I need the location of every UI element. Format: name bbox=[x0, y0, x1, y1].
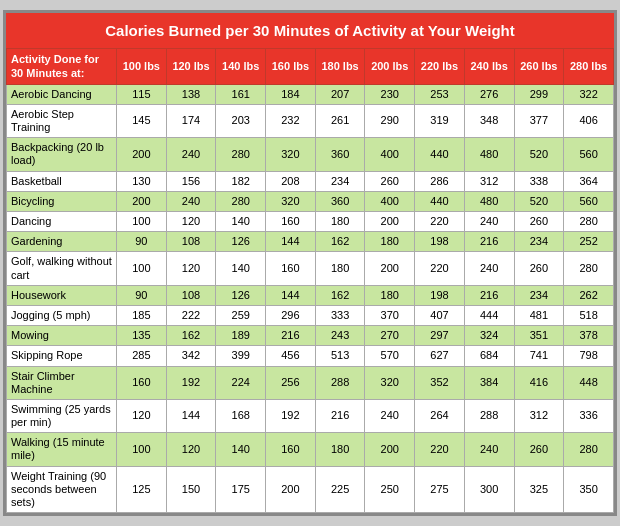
value-cell: 160 bbox=[266, 252, 316, 285]
value-cell: 224 bbox=[216, 366, 266, 399]
value-cell: 276 bbox=[464, 84, 514, 104]
value-cell: 480 bbox=[464, 191, 514, 211]
value-cell: 627 bbox=[415, 346, 465, 366]
value-cell: 336 bbox=[564, 399, 614, 432]
value-cell: 182 bbox=[216, 171, 266, 191]
value-cell: 342 bbox=[166, 346, 216, 366]
value-cell: 120 bbox=[117, 399, 167, 432]
value-cell: 256 bbox=[266, 366, 316, 399]
value-cell: 262 bbox=[564, 285, 614, 305]
value-cell: 296 bbox=[266, 305, 316, 325]
value-cell: 288 bbox=[464, 399, 514, 432]
table-row: Backpacking (20 lb load)2002402803203604… bbox=[7, 138, 614, 171]
value-cell: 416 bbox=[514, 366, 564, 399]
value-cell: 200 bbox=[365, 212, 415, 232]
value-cell: 189 bbox=[216, 326, 266, 346]
value-cell: 350 bbox=[564, 466, 614, 513]
value-cell: 207 bbox=[315, 84, 365, 104]
table-row: Skipping Rope285342399456513570627684741… bbox=[7, 346, 614, 366]
table-row: Gardening90108126144162180198216234252 bbox=[7, 232, 614, 252]
table-row: Basketball130156182208234260286312338364 bbox=[7, 171, 614, 191]
activity-cell: Aerobic Dancing bbox=[7, 84, 117, 104]
value-cell: 162 bbox=[166, 326, 216, 346]
table-body: Aerobic Dancing1151381611842072302532762… bbox=[7, 84, 614, 513]
value-cell: 180 bbox=[315, 252, 365, 285]
value-cell: 144 bbox=[266, 232, 316, 252]
value-cell: 200 bbox=[117, 191, 167, 211]
calories-table-container: Calories Burned per 30 Minutes of Activi… bbox=[3, 10, 617, 516]
value-cell: 200 bbox=[365, 433, 415, 466]
value-cell: 399 bbox=[216, 346, 266, 366]
value-cell: 175 bbox=[216, 466, 266, 513]
value-cell: 260 bbox=[514, 212, 564, 232]
activity-cell: Gardening bbox=[7, 232, 117, 252]
value-cell: 384 bbox=[464, 366, 514, 399]
value-cell: 275 bbox=[415, 466, 465, 513]
value-cell: 406 bbox=[564, 104, 614, 137]
table-row: Stair Climber Machine1601922242562883203… bbox=[7, 366, 614, 399]
value-cell: 144 bbox=[266, 285, 316, 305]
value-cell: 456 bbox=[266, 346, 316, 366]
value-cell: 360 bbox=[315, 191, 365, 211]
activity-cell: Jogging (5 mph) bbox=[7, 305, 117, 325]
value-cell: 240 bbox=[166, 191, 216, 211]
value-cell: 174 bbox=[166, 104, 216, 137]
value-cell: 300 bbox=[464, 466, 514, 513]
value-cell: 120 bbox=[166, 252, 216, 285]
value-cell: 140 bbox=[216, 433, 266, 466]
value-cell: 126 bbox=[216, 232, 266, 252]
table-row: Golf, walking without cart10012014016018… bbox=[7, 252, 614, 285]
value-cell: 297 bbox=[415, 326, 465, 346]
value-cell: 100 bbox=[117, 252, 167, 285]
value-cell: 264 bbox=[415, 399, 465, 432]
value-cell: 108 bbox=[166, 285, 216, 305]
value-cell: 240 bbox=[365, 399, 415, 432]
value-cell: 299 bbox=[514, 84, 564, 104]
value-cell: 144 bbox=[166, 399, 216, 432]
value-cell: 348 bbox=[464, 104, 514, 137]
weight-col-100: 100 lbs bbox=[117, 49, 167, 84]
value-cell: 240 bbox=[464, 252, 514, 285]
table-row: Mowing135162189216243270297324351378 bbox=[7, 326, 614, 346]
weight-col-120: 120 lbs bbox=[166, 49, 216, 84]
table-row: Walking (15 minute mile)1001201401601802… bbox=[7, 433, 614, 466]
table-row: Swimming (25 yards per min)1201441681922… bbox=[7, 399, 614, 432]
value-cell: 338 bbox=[514, 171, 564, 191]
value-cell: 481 bbox=[514, 305, 564, 325]
value-cell: 320 bbox=[266, 191, 316, 211]
value-cell: 285 bbox=[117, 346, 167, 366]
header-row: Activity Done for 30 Minutes at: 100 lbs… bbox=[7, 49, 614, 84]
value-cell: 200 bbox=[266, 466, 316, 513]
value-cell: 203 bbox=[216, 104, 266, 137]
value-cell: 520 bbox=[514, 138, 564, 171]
value-cell: 115 bbox=[117, 84, 167, 104]
value-cell: 162 bbox=[315, 285, 365, 305]
value-cell: 324 bbox=[464, 326, 514, 346]
value-cell: 156 bbox=[166, 171, 216, 191]
value-cell: 320 bbox=[266, 138, 316, 171]
value-cell: 200 bbox=[365, 252, 415, 285]
value-cell: 260 bbox=[514, 433, 564, 466]
value-cell: 90 bbox=[117, 285, 167, 305]
value-cell: 520 bbox=[514, 191, 564, 211]
value-cell: 440 bbox=[415, 191, 465, 211]
value-cell: 333 bbox=[315, 305, 365, 325]
value-cell: 220 bbox=[415, 433, 465, 466]
value-cell: 126 bbox=[216, 285, 266, 305]
value-cell: 234 bbox=[514, 285, 564, 305]
value-cell: 180 bbox=[315, 212, 365, 232]
activity-cell: Golf, walking without cart bbox=[7, 252, 117, 285]
value-cell: 290 bbox=[365, 104, 415, 137]
value-cell: 253 bbox=[415, 84, 465, 104]
main-title: Calories Burned per 30 Minutes of Activi… bbox=[6, 13, 614, 49]
value-cell: 798 bbox=[564, 346, 614, 366]
value-cell: 100 bbox=[117, 212, 167, 232]
value-cell: 260 bbox=[365, 171, 415, 191]
table-row: Aerobic Dancing1151381611842072302532762… bbox=[7, 84, 614, 104]
value-cell: 168 bbox=[216, 399, 266, 432]
value-cell: 180 bbox=[365, 285, 415, 305]
weight-col-220: 220 lbs bbox=[415, 49, 465, 84]
value-cell: 145 bbox=[117, 104, 167, 137]
value-cell: 312 bbox=[464, 171, 514, 191]
value-cell: 240 bbox=[464, 212, 514, 232]
